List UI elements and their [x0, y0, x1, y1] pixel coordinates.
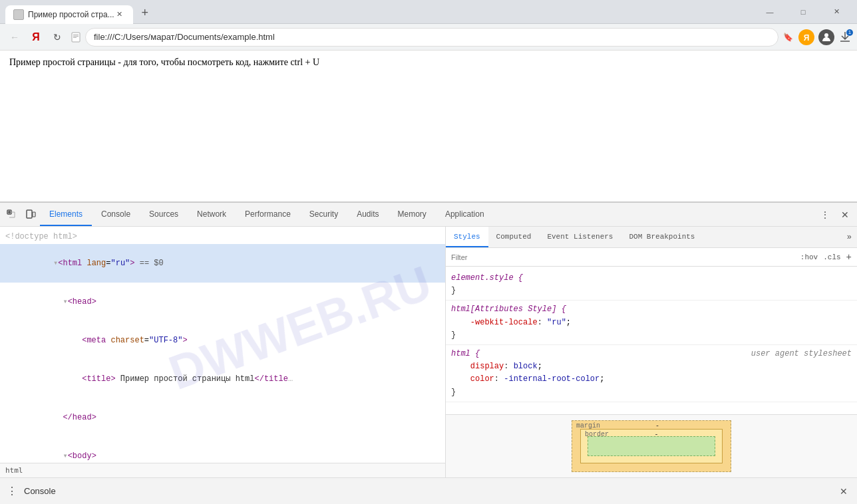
bookmark-icon[interactable]: 🔖: [781, 31, 794, 44]
address-input[interactable]: [85, 28, 778, 47]
page-content-text: Пример простой страницы - для того, чтоб…: [9, 57, 319, 67]
svg-text:Я: Я: [804, 33, 810, 43]
tab-application[interactable]: Application: [436, 203, 494, 226]
new-tab-button[interactable]: +: [136, 4, 154, 23]
html-doctype-line: <!doctype html>: [0, 229, 445, 244]
browser-tab[interactable]: Пример простой стра... ✕: [5, 5, 133, 24]
tab-elements[interactable]: Elements: [40, 203, 92, 226]
svg-rect-1: [73, 35, 79, 35]
color-prop[interactable]: color: -internal-root-color;: [451, 373, 852, 386]
window-controls: — □ ✕: [755, 0, 852, 24]
hov-button[interactable]: :hov: [800, 253, 818, 261]
html-attr-style-rule: html[Attributes Style] { -webkit-locale:…: [446, 301, 857, 345]
page-content: Пример простой страницы - для того, чтоб…: [0, 51, 857, 202]
box-padding: [588, 436, 715, 456]
yandex-avatar[interactable]: Я: [798, 29, 814, 45]
devtools-toolbar: Elements Console Sources Network Perform…: [0, 203, 857, 227]
styles-filter-input[interactable]: [451, 253, 795, 261]
maximize-button[interactable]: □: [788, 0, 818, 24]
box-border: border -: [580, 429, 723, 463]
tab-network[interactable]: Network: [188, 203, 236, 226]
page-icon: [71, 32, 81, 43]
devtools-more: ⋮ ✕: [816, 205, 854, 224]
webkit-locale-prop[interactable]: -webkit-locale: "ru";: [451, 316, 852, 329]
console-label: Console: [24, 486, 56, 496]
elements-footer: html: [0, 463, 445, 477]
devtools: Elements Console Sources Network Perform…: [0, 202, 857, 477]
elements-breadcrumb: html: [5, 466, 23, 475]
html-meta-line[interactable]: <meta charset="UTF-8">: [0, 321, 445, 360]
back-button[interactable]: ←: [5, 28, 24, 47]
elements-panel: <!doctype html> ▾<html lang="ru"> == $0 …: [0, 227, 446, 477]
tab-console[interactable]: Console: [92, 203, 140, 226]
user-agent-comment: user agent stylesheet: [751, 348, 852, 360]
svg-rect-10: [33, 212, 35, 217]
html-attr-selector: html[Attributes Style] {: [451, 303, 852, 316]
display-prop[interactable]: display: block;: [451, 360, 852, 373]
cls-button[interactable]: .cls: [823, 253, 840, 261]
console-dots[interactable]: ⋮: [5, 485, 19, 497]
html-user-agent-rule: html { user agent stylesheet display: bl…: [446, 345, 857, 402]
html-body-line[interactable]: ▾<body>: [0, 437, 445, 463]
element-picker-icon[interactable]: [3, 205, 21, 224]
html-user-agent-close: }: [451, 386, 852, 399]
minimize-button[interactable]: —: [755, 0, 785, 24]
page-text: Пример простой страницы - для того, чтоб…: [9, 57, 848, 68]
download-icon-wrapper[interactable]: 1: [838, 31, 852, 44]
tab-sources[interactable]: Sources: [140, 203, 188, 226]
element-style-selector: element.style {: [451, 272, 852, 285]
html-head-close-line[interactable]: </head>: [0, 398, 445, 437]
tab-title: Пример простой стра...: [28, 10, 114, 19]
styles-tabs: Styles Computed Event Listeners DOM Brea…: [446, 227, 857, 248]
html-head-line[interactable]: ▾<head>: [0, 283, 445, 321]
svg-rect-9: [27, 210, 32, 218]
styles-tab-dom-breakpoints[interactable]: DOM Breakpoints: [621, 227, 703, 247]
reload-button[interactable]: ↻: [48, 28, 67, 47]
title-bar: Пример простой стра... ✕ + — □ ✕: [0, 0, 857, 24]
yandex-button[interactable]: Я: [27, 28, 45, 47]
styles-tab-event-listeners[interactable]: Event Listeners: [539, 227, 621, 247]
console-bar: ⋮ Console ✕: [0, 477, 857, 504]
styles-content: element.style { } html[Attributes Style]…: [446, 267, 857, 414]
close-devtools-button[interactable]: ✕: [836, 205, 854, 224]
address-bar: ← Я ↻ 🔖 Я 1: [0, 24, 857, 51]
devtools-tabs: Elements Console Sources Network Perform…: [40, 203, 494, 226]
styles-tab-more[interactable]: »: [842, 227, 857, 247]
box-model-section: margin - border -: [446, 414, 857, 477]
element-style-close: }: [451, 285, 852, 297]
styles-tab-computed[interactable]: Computed: [488, 227, 540, 247]
profile-icon[interactable]: [818, 29, 834, 45]
close-button[interactable]: ✕: [821, 0, 852, 24]
device-toolbar-icon[interactable]: [21, 205, 40, 224]
tab-security[interactable]: Security: [300, 203, 347, 226]
address-icons: 🔖 Я 1: [781, 29, 852, 45]
more-options-icon[interactable]: ⋮: [816, 205, 834, 224]
styles-tab-styles[interactable]: Styles: [446, 227, 488, 247]
svg-point-6: [824, 33, 828, 37]
styles-filter-row: :hov .cls +: [446, 248, 857, 267]
tab-memory[interactable]: Memory: [389, 203, 436, 226]
svg-rect-3: [73, 37, 77, 38]
tab-close-button[interactable]: ✕: [114, 9, 125, 20]
html-attr-close: }: [451, 329, 852, 342]
devtools-main: <!doctype html> ▾<html lang="ru"> == $0 …: [0, 227, 857, 477]
add-style-button[interactable]: +: [846, 252, 852, 263]
html-root-line[interactable]: ▾<html lang="ru"> == $0: [0, 244, 445, 283]
html-selector: html { user agent stylesheet: [451, 348, 852, 360]
styles-panel: Styles Computed Event Listeners DOM Brea…: [446, 227, 857, 477]
tab-performance[interactable]: Performance: [236, 203, 300, 226]
svg-point-8: [8, 211, 11, 213]
page-link[interactable]: Пример простой страницы - для того, чтоб…: [9, 57, 319, 67]
box-model: margin - border -: [572, 420, 731, 472]
html-title-line[interactable]: <title> Пример простой страницы html</ti…: [0, 360, 445, 398]
element-style-rule: element.style { }: [446, 269, 857, 301]
console-close-button[interactable]: ✕: [836, 483, 852, 499]
box-margin: margin - border -: [572, 420, 731, 472]
tab-audits[interactable]: Audits: [347, 203, 388, 226]
tab-icon: [13, 9, 24, 20]
svg-rect-2: [73, 36, 79, 37]
elements-content: <!doctype html> ▾<html lang="ru"> == $0 …: [0, 227, 445, 463]
